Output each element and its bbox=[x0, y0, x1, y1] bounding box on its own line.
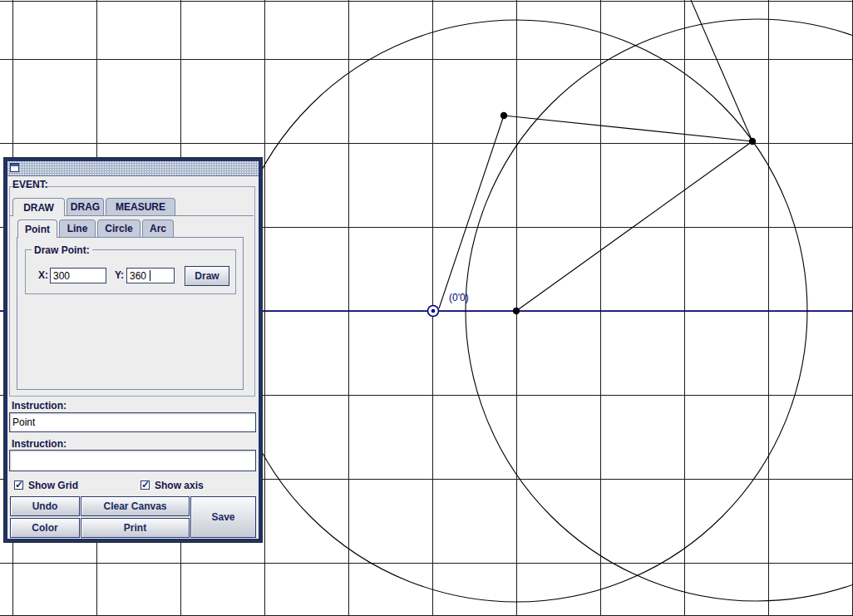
color-button[interactable]: Color bbox=[10, 518, 80, 538]
x-input[interactable] bbox=[50, 268, 106, 283]
tab-line[interactable]: Line bbox=[59, 219, 96, 237]
show-axis-label: Show axis bbox=[155, 480, 204, 491]
instruction-label-1: Instruction: bbox=[12, 400, 67, 411]
shape-tab-bar: Point Line Circle Arc bbox=[17, 219, 175, 238]
origin-marker-dot bbox=[431, 309, 436, 313]
instruction-field-1[interactable] bbox=[9, 412, 256, 432]
draw-point-group-title: Draw Point: bbox=[32, 244, 92, 256]
tab-arc[interactable]: Arc bbox=[142, 219, 174, 237]
app-window: (0'0) EVENT: DRAW DRAG MEASURE Point Lin… bbox=[0, 0, 853, 616]
tab-point[interactable]: Point bbox=[17, 219, 57, 238]
instruction-label-2: Instruction: bbox=[12, 438, 67, 450]
y-label: Y: bbox=[115, 269, 124, 281]
tool-panel: EVENT: DRAW DRAG MEASURE Point Line Circ… bbox=[4, 158, 262, 542]
line-segment bbox=[516, 141, 752, 311]
point-dot bbox=[513, 308, 520, 314]
y-input[interactable] bbox=[126, 268, 175, 283]
line-segment bbox=[504, 116, 752, 141]
tab-drag[interactable]: DRAG bbox=[67, 198, 104, 215]
construction-circle bbox=[466, 19, 853, 601]
line-segment bbox=[439, 116, 504, 308]
tab-circle[interactable]: Circle bbox=[97, 219, 141, 237]
event-tab-bar: DRAW DRAG MEASURE bbox=[12, 198, 177, 216]
save-button[interactable]: Save bbox=[190, 496, 256, 538]
event-label: EVENT: bbox=[12, 179, 48, 190]
point-dot bbox=[749, 138, 756, 145]
point-dot bbox=[500, 112, 507, 119]
window-icon[interactable] bbox=[10, 163, 19, 172]
draw-button[interactable]: Draw bbox=[185, 266, 229, 286]
origin-label: (0'0) bbox=[449, 292, 469, 303]
print-button[interactable]: Print bbox=[81, 518, 190, 538]
text-caret bbox=[150, 270, 150, 281]
show-grid-label: Show Grid bbox=[28, 480, 78, 491]
show-grid-checkbox[interactable] bbox=[14, 480, 23, 490]
panel-titlebar[interactable] bbox=[7, 161, 259, 176]
clear-canvas-button[interactable]: Clear Canvas bbox=[81, 496, 190, 516]
tab-draw[interactable]: DRAW bbox=[12, 198, 65, 216]
show-axis-checkbox[interactable] bbox=[141, 480, 150, 490]
x-label: X: bbox=[38, 269, 48, 281]
tab-measure[interactable]: MEASURE bbox=[106, 198, 175, 215]
undo-button[interactable]: Undo bbox=[10, 496, 80, 516]
instruction-field-2[interactable] bbox=[9, 450, 256, 471]
